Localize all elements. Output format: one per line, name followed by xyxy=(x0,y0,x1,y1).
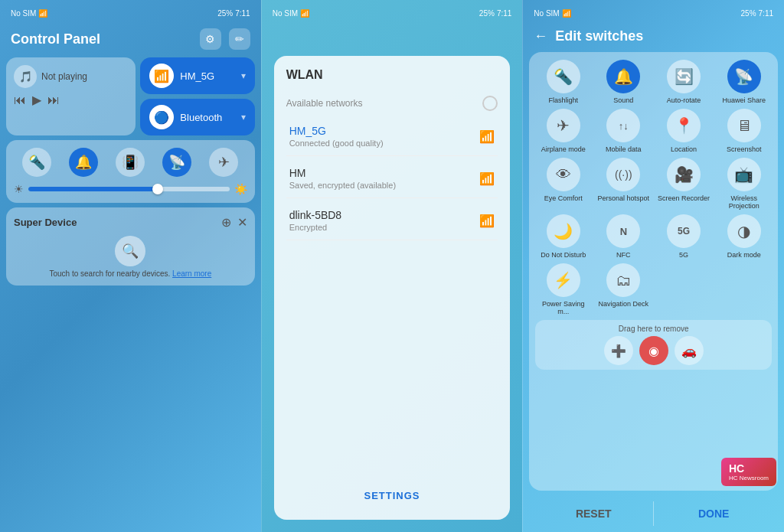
switch-eye-comfort[interactable]: 👁 Eye Comfort xyxy=(535,158,591,210)
dnd-btn: 🌙 xyxy=(547,214,580,248)
drag-item-3[interactable]: 🚗 xyxy=(675,336,704,365)
switch-nav-deck[interactable]: 🗂 Navigation Deck xyxy=(596,263,652,315)
screenshot-btn: 🖥 xyxy=(727,109,761,142)
airplane-label: Airplane mode xyxy=(541,145,586,153)
brightness-row: ☀ ☀️ xyxy=(14,183,247,195)
brightness-thumb xyxy=(152,184,163,194)
bluetooth-tile[interactable]: 🔵 Bluetooth ▾ xyxy=(140,99,254,135)
wlan-network-dlink[interactable]: dlink-5BD8 Encrypted 📶 xyxy=(286,201,498,240)
signal-icon-1: 📶 xyxy=(38,9,47,18)
next-button[interactable]: ⏭ xyxy=(47,93,60,107)
settings-icon[interactable]: ⚙ xyxy=(200,28,221,50)
notification-toggle[interactable]: 🔔 xyxy=(69,148,98,177)
cp-header-icons: ⚙ ✏ xyxy=(200,28,250,50)
sd-title: Super Device xyxy=(14,217,77,228)
mobile-data-label: Mobile data xyxy=(606,145,642,153)
play-button[interactable]: ▶ xyxy=(32,93,41,107)
switch-projection[interactable]: 📺 Wireless Projection xyxy=(716,158,772,210)
status-right-3: 25% 7:11 xyxy=(741,9,773,18)
switch-dnd[interactable]: 🌙 Do Not Disturb xyxy=(535,214,591,259)
switch-5g[interactable]: 5G 5G xyxy=(656,214,712,259)
switch-dark-mode[interactable]: ◑ Dark mode xyxy=(716,214,772,259)
location-btn: 📍 xyxy=(667,109,701,142)
drag-item-1[interactable]: ➕ xyxy=(604,336,633,365)
switch-nfc[interactable]: N NFC xyxy=(596,214,652,259)
sound-label: Sound xyxy=(613,96,633,104)
5g-label: 5G xyxy=(679,251,688,259)
mobile-data-btn: ↑↓ xyxy=(606,109,640,142)
dark-mode-btn: ◑ xyxy=(727,214,761,248)
brightness-slider[interactable] xyxy=(28,187,230,191)
power-saving-label: Power Saving m... xyxy=(535,300,591,315)
es-title: Edit switches xyxy=(555,28,643,44)
done-button[interactable]: DONE xyxy=(654,501,773,526)
toggle-row: 🔦 🔔 📳 📡 ✈ ☀ ☀️ xyxy=(6,140,255,203)
signal-toggle[interactable]: 📡 xyxy=(162,148,191,177)
es-card: 🔦 Flashlight 🔔 Sound 🔄 Auto-rotate 📡 Hua… xyxy=(529,52,778,491)
wlan-network-hm[interactable]: HM Saved, encrypted (available) 📶 xyxy=(286,159,498,198)
hc-newsroom-label: HC Newsroom xyxy=(729,475,769,481)
switch-huawei-share[interactable]: 📡 Huawei Share xyxy=(716,60,772,104)
switch-mobile-data[interactable]: ↑↓ Mobile data xyxy=(596,109,652,153)
signal-icon-3: 📶 xyxy=(562,9,571,18)
switch-airplane[interactable]: ✈ Airplane mode xyxy=(535,109,591,153)
search-circle[interactable]: 🔍 xyxy=(115,236,145,266)
refresh-icon[interactable] xyxy=(482,96,498,111)
nfc-label: NFC xyxy=(616,251,631,259)
music-controls: ⏮ ▶ ⏭ xyxy=(14,93,128,107)
control-panel: No SIM 📶 25% 7:11 Control Panel ⚙ ✏ 🎵 No… xyxy=(0,0,261,532)
vibrate-toggle[interactable]: 📳 xyxy=(116,148,145,177)
wlan-network-hm5g[interactable]: HM_5G Connected (good quality) 📶 xyxy=(286,117,498,156)
switch-power-saving[interactable]: ⚡ Power Saving m... xyxy=(535,263,591,315)
cp-header: Control Panel ⚙ ✏ xyxy=(6,25,255,53)
status-bar-2: No SIM 📶 25% 7:11 xyxy=(268,6,517,21)
status-bar-1: No SIM 📶 25% 7:11 xyxy=(6,6,255,21)
reset-button[interactable]: RESET xyxy=(534,501,653,526)
switch-autorotate[interactable]: 🔄 Auto-rotate xyxy=(656,60,712,104)
sd-close-icon[interactable]: ✕ xyxy=(237,215,247,230)
drag-item-2[interactable]: ◉ xyxy=(639,336,668,365)
music-tile: 🎵 Not playing ⏮ ▶ ⏭ xyxy=(6,57,136,135)
airplane-toggle[interactable]: ✈ xyxy=(209,148,238,177)
wifi-label: HM_5G xyxy=(180,70,234,82)
nav-deck-btn: 🗂 xyxy=(606,263,640,297)
prev-button[interactable]: ⏮ xyxy=(14,93,26,107)
switch-sound[interactable]: 🔔 Sound xyxy=(596,60,652,104)
music-status: Not playing xyxy=(41,71,87,82)
wifi-tile[interactable]: 📶 HM_5G ▾ xyxy=(140,57,254,94)
flashlight-label: Flashlight xyxy=(548,96,578,104)
wlan-name-2: HM Saved, encrypted (available) xyxy=(289,167,396,190)
hotspot-label: Personal hotspot xyxy=(598,194,650,202)
bluetooth-icon: 🔵 xyxy=(149,105,174,129)
dnd-label: Do Not Disturb xyxy=(541,251,586,259)
nfc-btn: N xyxy=(606,214,640,248)
switch-screen-recorder[interactable]: 🎥 Screen Recorder xyxy=(656,158,712,210)
learn-more-link[interactable]: Learn more xyxy=(172,269,211,278)
switch-hotspot[interactable]: ((·)) Personal hotspot xyxy=(596,158,652,210)
carrier-3: No SIM xyxy=(534,9,559,18)
super-device: Super Device ⊕ ✕ 🔍 Touch to search for n… xyxy=(6,207,255,286)
wlan-panel: No SIM 📶 25% 7:11 WLAN Available network… xyxy=(261,0,523,532)
music-top: 🎵 Not playing xyxy=(14,65,128,88)
wlan-name-3: dlink-5BD8 Encrypted xyxy=(289,209,341,232)
flashlight-toggle[interactable]: 🔦 xyxy=(22,148,51,177)
switch-screenshot[interactable]: 🖥 Screenshot xyxy=(716,109,772,153)
sd-search-icon[interactable]: ⊕ xyxy=(221,215,231,230)
status-bar-3: No SIM 📶 25% 7:11 xyxy=(529,6,778,21)
wlan-settings-button[interactable]: SETTINGS xyxy=(286,484,498,508)
right-tiles: 📶 HM_5G ▾ 🔵 Bluetooth ▾ xyxy=(140,57,254,135)
wifi-icon: 📶 xyxy=(149,64,174,88)
back-button[interactable]: ← xyxy=(534,28,547,44)
status-right-1: 25% 7:11 xyxy=(217,9,250,18)
status-left-1: No SIM 📶 xyxy=(11,9,47,18)
battery-3: 25% xyxy=(741,9,756,18)
hc-logo: HC xyxy=(729,462,744,475)
edit-icon[interactable]: ✏ xyxy=(229,28,250,50)
screen-recorder-btn: 🎥 xyxy=(667,158,701,191)
switch-flashlight[interactable]: 🔦 Flashlight xyxy=(535,60,591,104)
brightness-high-icon: ☀️ xyxy=(234,183,247,195)
top-tiles-row: 🎵 Not playing ⏮ ▶ ⏭ 📶 HM_5G ▾ 🔵 Bluetoot… xyxy=(6,57,255,135)
sd-search-area: 🔍 Touch to search for nearby devices. Le… xyxy=(14,236,247,278)
sd-header-icons: ⊕ ✕ xyxy=(221,215,247,230)
switch-location[interactable]: 📍 Location xyxy=(656,109,712,153)
